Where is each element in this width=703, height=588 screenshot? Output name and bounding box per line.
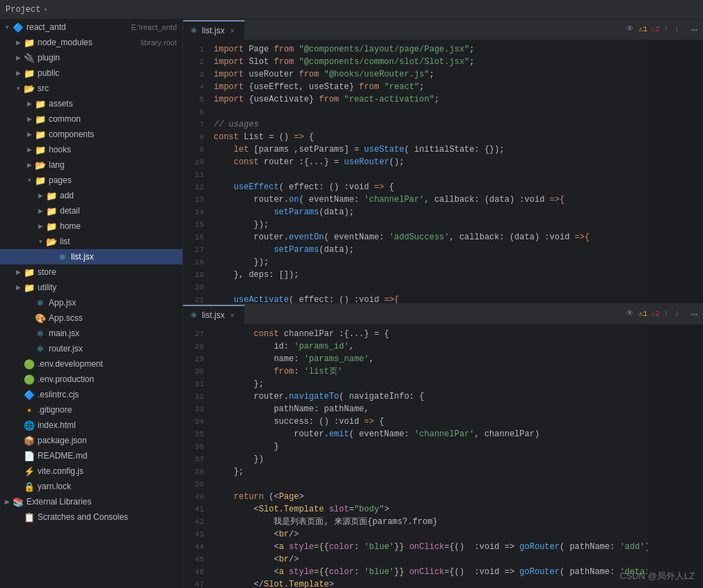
folder-icon: 📁	[46, 221, 57, 232]
tree-label: plugin	[38, 53, 177, 63]
tree-item-app-jsx[interactable]: ⚛ App.jsx	[0, 295, 182, 310]
tree-item-react-antd[interactable]: ▾ 🔷 react_antd E:\react_antd	[0, 19, 182, 35]
tree-item-plugin[interactable]: ▶ 🔌 plugin	[0, 50, 182, 65]
scroll-down-button[interactable]: ↓	[673, 308, 681, 320]
tree-item-store[interactable]: ▶ 📁 store	[0, 264, 182, 280]
folder-icon: 🔷	[13, 22, 24, 33]
tree-label: router.jsx	[49, 344, 177, 353]
tree-item-app-scss[interactable]: 🎨 App.scss	[0, 310, 182, 326]
folder-icon: 📁	[35, 144, 46, 155]
tree-item-common[interactable]: ▶ 📁 common	[0, 111, 182, 127]
tree-item-utility[interactable]: ▶ 📁 utility	[0, 280, 182, 295]
editor-pane-1: ⚛ list.jsx × 👁 ⚠1 ⚠2 ↑ ↓ ⋯ 123	[183, 19, 703, 304]
arrow-icon: ▶	[24, 146, 35, 153]
tab-close-button[interactable]: ×	[229, 26, 236, 35]
tab-label: list.jsx	[202, 26, 225, 35]
tree-item-components[interactable]: ▶ 📁 components	[0, 127, 182, 142]
tree-item-readme[interactable]: 📄 README.md	[0, 448, 182, 463]
lib-icon: 📚	[13, 496, 24, 507]
tree-label: App.jsx	[49, 298, 177, 308]
tree-label: detail	[60, 206, 177, 216]
editor-toolbar-1: 👁 ⚠1 ⚠2 ↑ ↓	[624, 22, 681, 35]
error-badge: ⚠2	[650, 309, 659, 318]
arrow-icon: ▶	[24, 116, 35, 122]
tree-item-eslintrc[interactable]: 🔷 .eslintrc.cjs	[0, 387, 182, 402]
tree-item-pages[interactable]: ▾ 📁 pages	[0, 173, 182, 188]
tree-label: index.html	[38, 420, 177, 430]
project-title[interactable]: Project ▾	[6, 5, 47, 15]
tree-item-env-prod[interactable]: 🟢 .env.production	[0, 372, 182, 387]
tree-label: node_modules	[38, 38, 136, 47]
arrow-icon: ▶	[24, 131, 35, 138]
folder-icon: 📁	[24, 37, 35, 48]
tree-label: App.scss	[49, 313, 177, 323]
scroll-up-button[interactable]: ↑	[663, 308, 670, 320]
code-content-1[interactable]: import Page from "@components/layout/pag…	[208, 40, 647, 303]
tree-item-lang[interactable]: ▶ 📂 lang	[0, 157, 182, 173]
arrow-icon: ▶	[35, 223, 46, 230]
tree-item-assets[interactable]: ▶ 📁 assets	[0, 96, 182, 111]
code-content-2[interactable]: const channelPar :{...} = { id: 'params_…	[208, 325, 647, 588]
html-file-icon: 🌐	[24, 420, 35, 431]
tree-item-add[interactable]: ▶ 📁 add	[0, 188, 182, 203]
folder-icon: 📂	[46, 236, 57, 247]
arrow-icon: ▶	[24, 161, 35, 168]
tree-item-main-jsx[interactable]: ⚛ main.jsx	[0, 326, 182, 341]
tree-item-hooks[interactable]: ▶ 📁 hooks	[0, 142, 182, 157]
jsx-file-icon: ⚛	[57, 251, 68, 262]
tree-label: .env.production	[38, 374, 177, 384]
tree-item-package-json[interactable]: 📦 package.json	[0, 433, 182, 448]
folder-icon: 📁	[35, 98, 46, 109]
pane-menu-button[interactable]: ⋯	[688, 304, 700, 324]
tree-item-list-jsx[interactable]: ⚛ list.jsx	[0, 249, 182, 264]
tab-bar-1: ⚛ list.jsx × 👁 ⚠1 ⚠2 ↑ ↓ ⋯	[183, 19, 703, 40]
tree-label: common	[49, 114, 177, 124]
folder-icon: 📁	[46, 205, 57, 216]
tree-item-gitignore[interactable]: 🔸 .gitignore	[0, 402, 182, 418]
tree-item-list[interactable]: ▾ 📂 list	[0, 234, 182, 249]
tree-item-env-dev[interactable]: 🟢 .env.development	[0, 356, 182, 372]
env-file-icon: 🟢	[24, 374, 35, 385]
eye-button[interactable]: 👁	[624, 307, 635, 320]
tree-label: .gitignore	[38, 405, 177, 415]
arrow-icon: ▾	[35, 238, 46, 245]
code-editor-1[interactable]: 12345 678910 1112131415 1617181920 21222…	[183, 40, 703, 303]
tree-label: lang	[49, 160, 177, 170]
scroll-up-button[interactable]: ↑	[663, 23, 670, 35]
tree-label: .eslintrc.cjs	[38, 390, 177, 399]
tree-item-public[interactable]: ▶ 📁 public	[0, 65, 182, 81]
scroll-down-button[interactable]: ↓	[673, 23, 681, 35]
app-container: Project ▾ ▾ 🔷 react_antd E:\react_antd ▶…	[0, 0, 703, 588]
arrow-icon: ▶	[13, 70, 24, 77]
tree-item-src[interactable]: ▾ 📂 src	[0, 81, 182, 96]
tree-item-scratches[interactable]: 📋 Scratches and Consoles	[0, 509, 182, 525]
scss-file-icon: 🎨	[35, 312, 46, 324]
tree-item-node-modules[interactable]: ▶ 📁 node_modules library root	[0, 35, 182, 50]
tab-list-jsx-2[interactable]: ⚛ list.jsx ×	[183, 305, 245, 324]
tree-label: Scratches and Consoles	[38, 512, 177, 522]
tab-close-button[interactable]: ×	[229, 311, 236, 319]
tree-item-home[interactable]: ▶ 📁 home	[0, 218, 182, 234]
tree-item-yarn-lock[interactable]: 🔒 yarn.lock	[0, 479, 182, 494]
arrow-icon: ▾	[13, 85, 24, 92]
tree-label: list	[60, 237, 177, 246]
tree-item-external-libs[interactable]: ▶ 📚 External Libraries	[0, 494, 182, 509]
arrow-icon: ▶	[35, 207, 46, 214]
tab-list-jsx-1[interactable]: ⚛ list.jsx ×	[183, 20, 245, 40]
folder-icon: 📁	[35, 113, 46, 125]
folder-icon: 📁	[35, 175, 46, 186]
tree-sublabel: E:\react_antd	[132, 23, 177, 31]
tree-item-index-html[interactable]: 🌐 index.html	[0, 418, 182, 433]
tree-item-router-jsx[interactable]: ⚛ router.jsx	[0, 341, 182, 356]
file-tree[interactable]: ▾ 🔷 react_antd E:\react_antd ▶ 📁 node_mo…	[0, 19, 182, 588]
pane-menu-button[interactable]: ⋯	[688, 19, 700, 40]
top-bar: Project ▾	[0, 0, 703, 19]
arrow-icon: ▶	[13, 39, 24, 46]
warning-badge: ⚠1	[638, 309, 647, 318]
tree-item-vite-config[interactable]: ⚡ vite.config.js	[0, 463, 182, 479]
error-badge: ⚠2	[650, 24, 659, 33]
eye-button[interactable]: 👁	[624, 22, 635, 35]
md-file-icon: 📄	[24, 450, 35, 461]
code-editor-2[interactable]: 2728293031 3233343536 3738394041 4243444…	[183, 325, 703, 588]
tree-item-detail[interactable]: ▶ 📁 detail	[0, 203, 182, 218]
